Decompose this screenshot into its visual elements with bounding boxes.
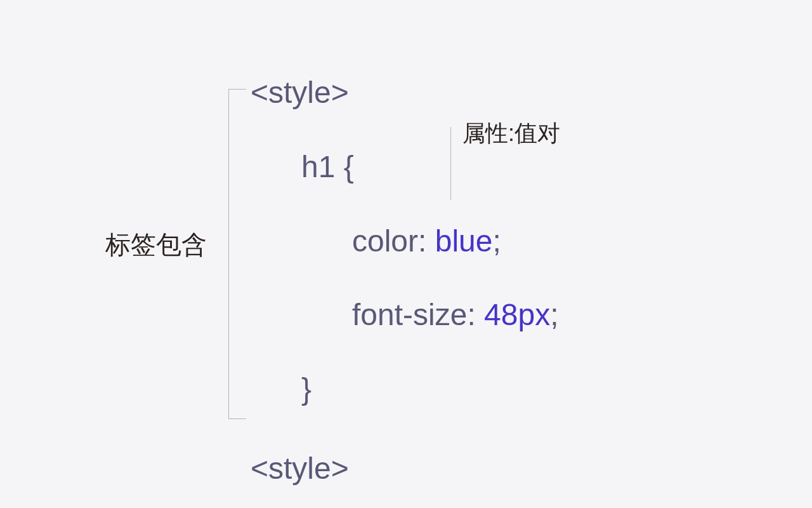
code-declaration-1: color: blue; [251,217,559,266]
diagram-canvas: 标签包含 属性:值对 <style> h1 { color: blue; fon… [0,0,812,508]
code-close-brace: } [251,365,559,414]
decl2-property: font-size: [352,298,476,331]
code-selector: h1 { [251,143,559,192]
decl2-semicolon: ; [550,298,558,331]
code-open-tag: <style> [251,69,559,117]
code-declaration-2: font-size: 48px; [251,291,559,340]
decl1-value: blue [435,224,493,258]
decl1-semicolon: ; [492,224,501,258]
decl2-value: 48px [484,298,550,331]
decl1-property: color: [352,224,426,258]
bracket-left-icon [228,89,246,419]
tag-contains-label: 标签包含 [105,227,207,262]
code-close-tag: <style> [251,444,559,493]
code-block: <style> h1 { color: blue; font-size: 48p… [251,69,559,493]
